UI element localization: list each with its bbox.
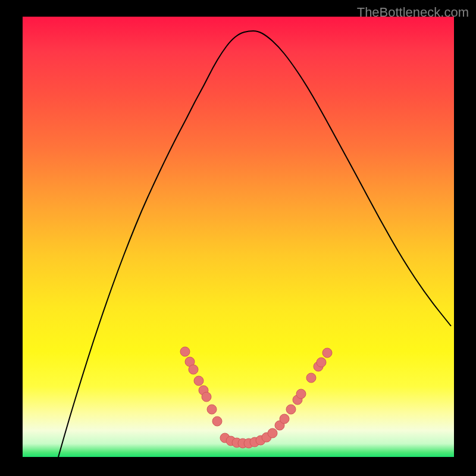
chart-svg (23, 17, 454, 457)
data-point (189, 365, 198, 374)
data-point (180, 347, 190, 356)
data-point (207, 405, 217, 414)
data-point (296, 389, 306, 399)
data-point (286, 405, 296, 414)
data-point (322, 348, 332, 358)
data-point (280, 414, 289, 424)
data-point (268, 428, 277, 438)
watermark-text: TheBottleneck.com (357, 5, 469, 20)
data-point (212, 416, 222, 426)
data-point (202, 392, 211, 402)
data-point (194, 376, 203, 386)
v-curve (58, 31, 451, 457)
data-points-group (180, 347, 332, 448)
data-point (306, 373, 316, 383)
data-point (317, 358, 326, 367)
